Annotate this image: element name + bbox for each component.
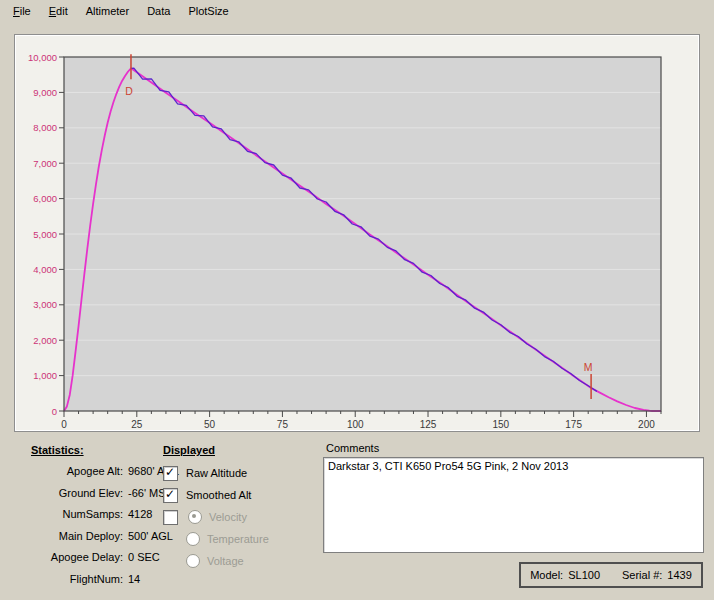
temperature-radio <box>186 532 200 546</box>
voltage-radio <box>186 554 200 568</box>
menu-data[interactable]: Data <box>138 3 179 19</box>
svg-text:0: 0 <box>61 419 67 430</box>
menu-file[interactable]: File <box>4 3 40 19</box>
temperature-row: Temperature <box>163 528 313 550</box>
comments-input[interactable]: Darkstar 3, CTI K650 Pro54 5G Pink, 2 No… <box>323 457 704 553</box>
svg-text:5,000: 5,000 <box>33 229 57 240</box>
svg-text:4,000: 4,000 <box>33 264 57 275</box>
displayed-section: Displayed Raw Altitude Smoothed Alt Velo… <box>163 444 313 572</box>
voltage-row: Voltage <box>163 550 313 572</box>
menu-plotsize[interactable]: PlotSize <box>179 3 237 19</box>
aux-channel-row: Velocity <box>163 506 313 528</box>
svg-text:2,000: 2,000 <box>33 335 57 346</box>
svg-text:8,000: 8,000 <box>33 122 57 133</box>
svg-text:125: 125 <box>420 419 437 430</box>
altitude-chart: 01,0002,0003,0004,0005,0006,0007,0008,00… <box>16 36 700 432</box>
svg-text:7,000: 7,000 <box>33 158 57 169</box>
velocity-radio <box>188 510 202 524</box>
device-serial: Serial #:1439 <box>622 569 692 581</box>
svg-text:1,000: 1,000 <box>33 370 57 381</box>
svg-text:M: M <box>584 361 593 373</box>
device-model: Model:SL100 <box>530 569 600 581</box>
device-info-box: Model:SL100 Serial #:1439 <box>519 562 703 588</box>
svg-text:75: 75 <box>277 419 289 430</box>
svg-text:25: 25 <box>131 419 143 430</box>
svg-text:200: 200 <box>638 419 655 430</box>
svg-text:100: 100 <box>347 419 364 430</box>
svg-text:150: 150 <box>492 419 509 430</box>
svg-text:50: 50 <box>204 419 216 430</box>
menu-altimeter[interactable]: Altimeter <box>77 3 138 19</box>
svg-text:0: 0 <box>52 406 57 417</box>
displayed-title: Displayed <box>163 444 313 456</box>
raw-altitude-row: Raw Altitude <box>163 462 313 484</box>
svg-text:3,000: 3,000 <box>33 299 57 310</box>
menu-edit[interactable]: Edit <box>40 3 77 19</box>
altitude-chart-panel: 01,0002,0003,0004,0005,0006,0007,0008,00… <box>14 34 700 432</box>
svg-text:10,000: 10,000 <box>28 52 57 63</box>
comments-label: Comments <box>326 442 379 454</box>
smoothed-alt-checkbox[interactable] <box>163 488 178 503</box>
svg-text:D: D <box>125 85 133 97</box>
aux-channel-checkbox[interactable] <box>163 510 178 525</box>
raw-altitude-checkbox[interactable] <box>163 466 178 481</box>
svg-text:9,000: 9,000 <box>33 87 57 98</box>
svg-text:175: 175 <box>565 419 582 430</box>
svg-text:6,000: 6,000 <box>33 193 57 204</box>
menu-bar: File Edit Altimeter Data PlotSize <box>0 0 714 21</box>
smoothed-alt-row: Smoothed Alt <box>163 484 313 506</box>
